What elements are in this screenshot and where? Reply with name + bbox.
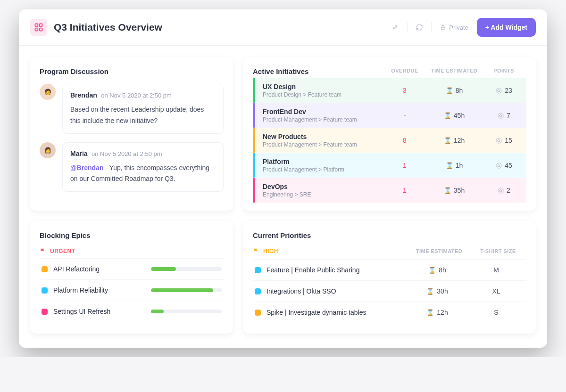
svg-rect-4 <box>441 27 445 29</box>
points-value: 15 <box>485 137 523 144</box>
priority-row[interactable]: Integrations | Okta SSO ⌛30h XL <box>253 280 526 302</box>
priority-color-swatch <box>255 288 261 294</box>
size-value: M <box>468 266 524 274</box>
epic-name: Platform Reliability <box>53 286 145 294</box>
overdue-value: 8 <box>386 137 424 144</box>
priorities-title: Current Priorities <box>253 231 526 239</box>
initiative-row[interactable]: Platform Product Management > Platform 1… <box>253 153 526 178</box>
comment-timestamp: on Nov 5 2020 at 2:50 pm <box>92 150 162 157</box>
page-title: Q3 Initiatives Overview <box>54 22 162 33</box>
comment-author: Maria <box>70 150 88 157</box>
svg-rect-1 <box>40 24 42 27</box>
progress-bar <box>151 288 222 292</box>
app-grid-icon <box>30 19 47 36</box>
initiative-path: Product Management > Feature team <box>263 116 386 123</box>
col-time: TIME ESTIMATED <box>424 68 485 74</box>
initiative-name: UX Design <box>263 83 386 90</box>
comment-author: Brendan <box>70 91 97 99</box>
points-value: 45 <box>485 162 523 169</box>
discussion-title: Program Discussion <box>40 67 224 75</box>
initiative-row[interactable]: UX Design Product Design > Feature team … <box>253 78 526 103</box>
time-value: ⌛45h <box>424 112 485 119</box>
epic-row[interactable]: Settings UI Refresh <box>40 301 224 322</box>
time-value: ⌛1h <box>424 162 485 169</box>
initiative-name: Platform <box>263 158 386 165</box>
priority-row[interactable]: Feature | Enable Public Sharing ⌛8h M <box>253 259 526 280</box>
size-value: XL <box>468 287 524 295</box>
comment-timestamp: on Nov 5 2020 at 2:50 pm <box>101 92 172 99</box>
avatar: 👩 <box>40 142 56 158</box>
priority-name: Feature | Enable Public Sharing <box>266 266 359 274</box>
initiative-name: New Products <box>263 133 386 140</box>
col-size: T-SHIRT SIZE <box>470 248 526 254</box>
time-value: ⌛8h <box>424 87 485 94</box>
priority-row[interactable]: Spike | Investigate dynamic tables ⌛12h … <box>253 302 526 323</box>
time-value: ⌛12h <box>407 309 468 316</box>
overdue-value: 1 <box>386 162 424 169</box>
blocking-epics-card: Blocking Epics URGENT API Refactoring Pl… <box>30 221 233 334</box>
col-overdue: OVERDUE <box>386 68 424 74</box>
progress-bar <box>151 310 222 313</box>
initiative-row[interactable]: New Products Product Management > Featur… <box>253 128 526 153</box>
svg-rect-2 <box>35 28 38 31</box>
priority-color-swatch <box>255 310 261 316</box>
refresh-icon[interactable] <box>411 19 427 35</box>
time-value: ⌛8h <box>407 266 468 274</box>
epic-name: Settings UI Refresh <box>53 308 145 315</box>
mention[interactable]: @Brendan <box>70 164 103 172</box>
epic-color-swatch <box>42 266 48 272</box>
flag-label: URGENT <box>50 248 75 254</box>
initiatives-table-head: OVERDUE TIME ESTIMATED POINTS <box>253 68 526 78</box>
overdue-value: 3 <box>386 87 424 94</box>
program-discussion-card: Program Discussion 🧑 Brendan on Nov 5 20… <box>30 57 233 211</box>
initiative-path: Product Design > Feature team <box>263 91 386 98</box>
initiative-name: FrontEnd Dev <box>263 108 386 115</box>
priority-name: Spike | Investigate dynamic tables <box>266 309 366 316</box>
priority-name: Integrations | Okta SSO <box>266 287 336 295</box>
flag-label: HIGH <box>263 248 278 254</box>
time-value: ⌛30h <box>407 287 468 295</box>
col-points: POINTS <box>485 68 523 74</box>
initiative-path: Product Management > Platform <box>263 166 386 173</box>
epic-row[interactable]: Platform Reliability <box>40 279 224 301</box>
initiative-row[interactable]: FrontEnd Dev Product Management > Featur… <box>253 103 526 128</box>
initiative-path: Engineering > SRE <box>263 191 386 198</box>
privacy-label: Private <box>449 24 468 31</box>
privacy-indicator[interactable]: Private <box>435 24 473 31</box>
comment-item: 🧑 Brendan on Nov 5 2020 at 2:50 pm Based… <box>40 84 224 134</box>
epic-row[interactable]: API Refactoring <box>40 258 224 279</box>
size-value: S <box>468 309 524 316</box>
svg-rect-0 <box>35 24 38 27</box>
points-value: 7 <box>485 112 523 119</box>
blocking-title: Blocking Epics <box>40 231 224 239</box>
time-value: ⌛12h <box>424 137 485 144</box>
add-widget-button[interactable]: + Add Widget <box>477 18 536 37</box>
initiative-name: DevOps <box>263 183 386 190</box>
initiative-path: Product Management > Feature team <box>263 141 386 148</box>
flag-icon <box>40 248 46 254</box>
overdue-value: 1 <box>386 187 424 194</box>
col-time: TIME ESTIMATED <box>408 248 470 254</box>
overdue-value: - <box>386 112 424 119</box>
flag-icon <box>253 248 259 254</box>
comment-item: 👩 Maria on Nov 5 2020 at 2:50 pm @Brenda… <box>40 142 224 192</box>
dashboard-window: Q3 Initiatives Overview Private + Add Wi… <box>19 9 547 348</box>
progress-bar <box>151 267 222 271</box>
time-value: ⌛35h <box>424 187 485 194</box>
epic-color-swatch <box>42 309 48 315</box>
epic-color-swatch <box>42 287 48 294</box>
points-value: 23 <box>485 87 523 94</box>
comment-text: Based on the recent Leadership update, d… <box>70 104 216 127</box>
header-bar: Q3 Initiatives Overview Private + Add Wi… <box>19 9 547 46</box>
priority-color-swatch <box>255 267 261 273</box>
current-priorities-card: Current Priorities HIGH TIME ESTIMATED T… <box>243 221 536 334</box>
points-value: 2 <box>485 187 523 194</box>
initiative-row[interactable]: DevOps Engineering > SRE 1 ⌛35h 2 <box>253 178 526 203</box>
epic-name: API Refactoring <box>53 265 145 273</box>
comment-text: @Brendan - Yup, this encompasses everyth… <box>70 163 216 185</box>
expand-icon[interactable] <box>387 19 403 35</box>
svg-rect-3 <box>40 28 42 31</box>
active-initiatives-card: Active Initiatives OVERDUE TIME ESTIMATE… <box>243 57 536 211</box>
lock-icon <box>440 24 446 31</box>
avatar: 🧑 <box>40 84 56 100</box>
